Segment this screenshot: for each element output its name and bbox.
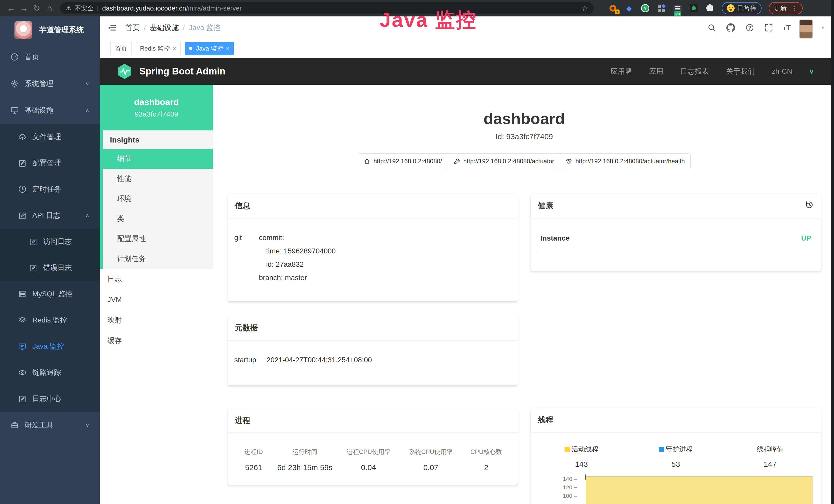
sidebar-item-mysql-monitor[interactable]: MySQL 监控 [0,281,100,307]
history-icon[interactable] [805,201,814,211]
app-logo[interactable]: 芋道管理系统 [0,17,100,44]
search-icon[interactable] [707,23,717,33]
sidebar-item-log-center[interactable]: 日志中心 [0,386,100,412]
health-card-title: 健康 [538,201,553,211]
close-icon[interactable]: × [173,45,176,52]
sba-brand-title[interactable]: Spring Boot Admin [139,66,225,77]
extension-leaf-icon[interactable] [689,4,698,13]
sidebar-item-file-mgmt[interactable]: 文件管理 [0,124,100,150]
sidebar-item-access-logs[interactable]: 访问日志 [0,229,100,255]
insights-item-environment[interactable]: 环境 [103,189,213,209]
extension-count-badge: 1 [615,9,619,15]
address-bar[interactable]: ⚠ 不安全 | dashboard.yudao.iocoder.cn/infra… [60,2,594,14]
sidebar-item-caches[interactable]: 缓存 [100,330,213,351]
github-icon[interactable] [726,23,736,33]
close-icon[interactable]: × [226,45,229,52]
metadata-startup-row: startup 2021-04-27T00:44:31.254+08:00 [234,353,512,373]
spring-boot-admin-logo-icon [117,63,133,79]
sidebar-item-infrastructure[interactable]: 基础设施 ∧ [0,97,100,124]
tag-home[interactable]: 首页 [110,42,132,55]
health-instance-row[interactable]: Instance UP [537,234,815,251]
security-warning-icon: ⚠ [66,5,71,12]
navbar-actions: TT ▾ [707,17,824,39]
breadcrumb-infrastructure[interactable]: 基础设施 [150,23,179,32]
sba-nav-journal[interactable]: 日志报表 [680,67,709,76]
browser-menu-icon[interactable]: ⋮ [791,4,797,12]
cpu-cores: 2 [461,463,511,472]
pencil-square-icon [29,237,38,246]
locale-caret-icon[interactable]: ∨ [809,68,814,75]
left-card-column: 信息 git commit: time: 1596289704000 id: 2… [227,194,518,485]
insights-item-metrics[interactable]: 性能 [103,169,213,189]
extension-list-icon[interactable]: on [673,4,682,13]
tag-redis-monitor[interactable]: Redis 监控 × [136,42,180,55]
extension-tiles-icon[interactable] [657,4,666,13]
insights-item-details[interactable]: 细节 [100,148,213,169]
sidebar-item-error-logs[interactable]: 错误日志 [0,255,100,281]
sidebar-item-logs[interactable]: 日志 [100,269,213,289]
browser-home-button[interactable]: ⌂ [43,2,56,15]
face-emoji-icon [727,4,734,12]
info-card-title: 信息 [235,201,250,211]
breadcrumb-home[interactable]: 首页 [125,23,140,32]
sidebar-item-mappings[interactable]: 映射 [100,310,213,330]
process-card-title: 进程 [235,415,250,426]
browser-reload-button[interactable]: ↻ [30,2,43,15]
sidebar-item-scheduled-jobs[interactable]: 定时任务 [0,176,100,202]
sba-nav-applications[interactable]: 应用 [649,67,663,76]
sba-locale-select[interactable]: zh-CN [772,67,792,75]
health-url-button[interactable]: http://192.168.0.2:48080/actuator/health [560,153,691,169]
sidebar-item-config-mgmt[interactable]: 配置管理 [0,150,100,176]
help-icon[interactable] [745,23,755,33]
sidebar-toggle-icon[interactable] [106,22,118,33]
insights-item-classes[interactable]: 类 [103,209,213,229]
monitor-icon [10,106,19,115]
avatar-caret-icon[interactable]: ▾ [821,24,824,31]
live-threads-swatch-icon [565,447,570,452]
browser-back-button[interactable]: ← [5,2,18,15]
right-card-column: 健康 Instance UP 线程 [531,194,821,504]
font-size-icon[interactable]: TT [783,23,791,32]
sidebar-item-home[interactable]: 首页 [0,44,100,70]
extensions-puzzle-icon[interactable] [705,4,715,13]
sidebar-item-redis-monitor[interactable]: Redis 监控 [0,307,100,333]
info-key: git [234,231,259,284]
recorder-paused-badge[interactable]: 已暂停 [722,2,762,15]
tag-java-monitor[interactable]: Java 监控 × [185,42,234,55]
status-badge: UP [801,234,811,243]
actuator-url-button[interactable]: http://192.168.0.2:48080/actuator [448,153,560,169]
insights-item-scheduled-tasks[interactable]: 计划任务 [103,249,213,269]
health-instance-label: Instance [541,234,570,243]
user-avatar[interactable] [799,20,813,39]
extension-ring-icon[interactable]: 1 [608,4,617,13]
extensions-row: 1 ◆ y on [608,4,715,13]
page-title: dashboard [227,109,821,128]
service-url-button[interactable]: http://192.168.0.2:48080/ [358,153,448,169]
bookmark-star-icon[interactable]: ☆ [581,4,588,13]
gauge-icon [10,53,19,61]
sba-nav-wallboard[interactable]: 应用墙 [611,67,632,76]
browser-forward-button[interactable]: → [18,2,30,15]
sidebar-item-jvm[interactable]: JVM [100,289,213,310]
extension-y-icon[interactable]: y [641,4,650,13]
info-card: 信息 git commit: time: 1596289704000 id: 2… [227,194,518,301]
sidebar-item-tracing[interactable]: 链路追踪 [0,360,100,386]
instance-id: 93a3fc7f7409 [135,110,178,118]
sidebar-item-dev-tools[interactable]: 研发工具 ∨ [0,412,100,438]
fullscreen-icon[interactable] [764,23,774,33]
sba-nav-about[interactable]: 关于我们 [726,67,755,76]
url-domain: dashboard.yudao.iocoder.cn [102,4,186,12]
sidebar-item-system-mgmt[interactable]: 系统管理 ∨ [0,70,100,97]
gear-icon [10,79,19,88]
instance-header[interactable]: dashboard 93a3fc7f7409 [100,85,213,131]
insights-item-config-props[interactable]: 配置属性 [103,229,213,249]
screen-icon [18,342,27,351]
app-sidebar: 芋道管理系统 首页 系统管理 ∨ 基础设施 ∧ 文件管理 配置管理 定时任务 [0,17,100,504]
threads-card: 线程 活动线程 143 守护进程 53 [531,408,821,504]
sidebar-item-api-logs[interactable]: API 日志 ∧ [0,202,100,229]
extension-pin-icon[interactable]: ◆ [624,4,634,13]
chevron-down-icon: ∨ [85,422,89,428]
browser-update-button[interactable]: 更新 ⋮ [769,2,803,15]
sidebar-item-java-monitor[interactable]: Java 监控 [0,333,100,360]
metadata-card-title: 元数据 [235,323,258,333]
